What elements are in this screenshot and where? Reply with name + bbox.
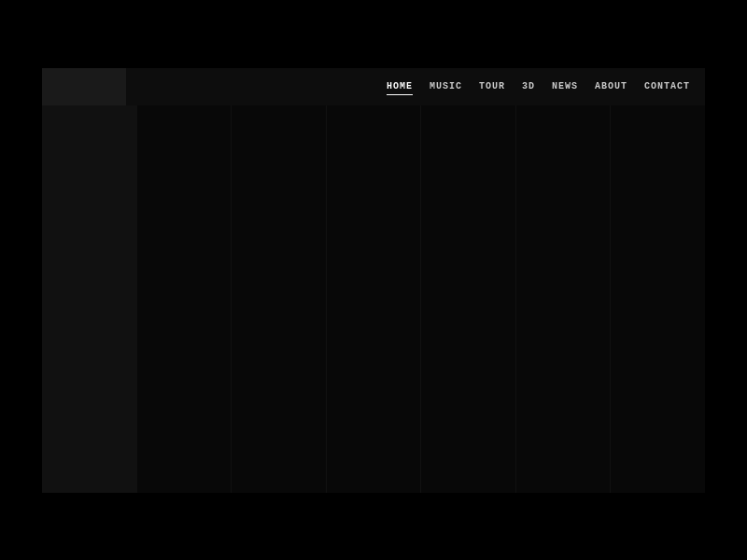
page-wrapper: Home Music Tour 3D News About Contact: [42, 68, 705, 493]
col-7: [611, 105, 705, 493]
col-5: [421, 105, 516, 493]
col-4: [327, 105, 422, 493]
col-6: [516, 105, 612, 493]
nav-item-tour[interactable]: Tour: [479, 81, 505, 91]
nav-item-about[interactable]: About: [595, 81, 627, 91]
nav-item-3d[interactable]: 3D: [522, 81, 535, 91]
nav-item-news[interactable]: News: [552, 81, 578, 91]
col-2: [137, 105, 233, 493]
nav-item-contact[interactable]: Contact: [644, 81, 690, 91]
main-content: [42, 105, 705, 493]
col-3: [232, 105, 327, 493]
col-1: [42, 105, 137, 493]
nav-item-home[interactable]: Home: [387, 81, 413, 91]
logo-area: [42, 68, 126, 105]
column-grid: [42, 105, 705, 493]
nav-items: Home Music Tour 3D News About Contact: [387, 81, 690, 91]
nav-bar: Home Music Tour 3D News About Contact: [42, 68, 705, 105]
nav-item-music[interactable]: Music: [430, 81, 462, 91]
